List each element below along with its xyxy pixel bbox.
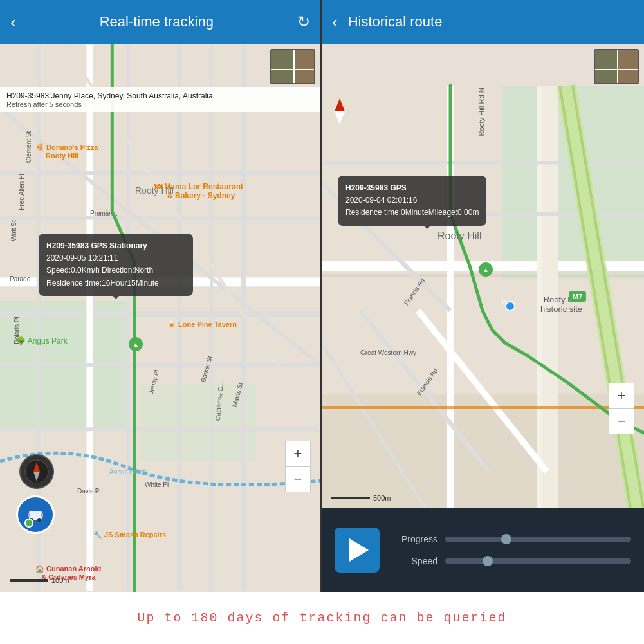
progress-row: Progress bbox=[392, 534, 631, 544]
zoom-out-right[interactable]: − bbox=[609, 409, 634, 434]
highway-badge-m7: M7 bbox=[569, 291, 586, 302]
poi-lone-pine: 🍺 Lone Pine Tavern bbox=[167, 320, 237, 329]
map-thumbnail-left bbox=[270, 49, 315, 84]
speed-slider[interactable] bbox=[445, 558, 631, 564]
tooltip-left-line3: Speed:0.0Km/h Direction:North bbox=[46, 264, 185, 277]
progress-thumb bbox=[501, 534, 511, 544]
road-label-premier: Premier... bbox=[90, 210, 118, 217]
right-screen: ‹ Historical route bbox=[322, 0, 644, 592]
scale-left: 100m bbox=[10, 576, 69, 584]
left-screen: ‹ Real-time tracking ↻ bbox=[0, 0, 322, 592]
svg-rect-30 bbox=[41, 513, 43, 517]
app-container: ‹ Real-time tracking ↻ bbox=[0, 0, 644, 644]
progress-label: Progress bbox=[392, 534, 437, 544]
zoom-in-left[interactable]: + bbox=[285, 441, 311, 466]
refresh-text: Refresh after 5 seconds bbox=[6, 100, 314, 108]
speed-row: Speed bbox=[392, 556, 631, 566]
tooltip-right-line3: Residence time:0MinuteMileage:0.00m bbox=[345, 207, 479, 219]
tooltip-left-line1: H209-35983 GPS Stationary bbox=[46, 240, 185, 252]
address-text: H209-35983:Jenny Place, Sydney, South Au… bbox=[6, 91, 314, 100]
tooltip-right-line2: 2020-09-04 02:01:16 bbox=[345, 194, 479, 207]
play-triangle-icon bbox=[349, 538, 369, 562]
scale-right: 500m bbox=[331, 494, 391, 502]
speed-thumb bbox=[483, 556, 493, 566]
gps-marker-left bbox=[129, 337, 143, 351]
location-dot-left bbox=[24, 519, 33, 528]
road-label-davis: Davis Pl bbox=[77, 488, 101, 495]
zoom-controls-right: + − bbox=[609, 383, 634, 434]
road-label-fred: Fred Allen Pl bbox=[18, 174, 25, 210]
svg-rect-29 bbox=[28, 513, 30, 517]
blue-p-marker bbox=[505, 301, 515, 311]
map-thumbnail-right bbox=[594, 49, 639, 84]
playback-panel: Progress Speed bbox=[322, 508, 644, 592]
marker-label-fp: fp bbox=[476, 260, 481, 266]
compass-left bbox=[19, 454, 54, 489]
road-label-parade: Parade bbox=[10, 275, 30, 282]
tooltip-left-line2: 2020-09-05 10:21:11 bbox=[46, 252, 185, 264]
sliders-container: Progress Speed bbox=[392, 534, 631, 566]
area-rooty-hill-left: Rooty Hill bbox=[135, 185, 174, 196]
speed-label: Speed bbox=[392, 556, 437, 566]
right-back-button[interactable]: ‹ bbox=[332, 12, 338, 32]
progress-slider[interactable] bbox=[445, 537, 631, 542]
left-back-button[interactable]: ‹ bbox=[10, 12, 16, 32]
tooltip-left: H209-35983 GPS Stationary 2020-09-05 10:… bbox=[39, 234, 193, 296]
svg-point-28 bbox=[37, 518, 41, 522]
zoom-in-right[interactable]: + bbox=[609, 383, 634, 409]
scale-label-right: 500m bbox=[373, 494, 391, 502]
road-label-great-western: Great Western Hwy bbox=[360, 349, 416, 356]
tooltip-left-line4: Residence time:16Hour15Minute bbox=[46, 277, 185, 290]
footer: Up to 180 days of tracking can be querie… bbox=[0, 592, 644, 644]
road-label-white: White Pl bbox=[145, 481, 169, 488]
vehicle-icon-left bbox=[16, 495, 55, 534]
tooltip-right: H209-35983 GPS 2020-09-04 02:01:16 Resid… bbox=[338, 176, 486, 226]
footer-text: Up to 180 days of tracking can be querie… bbox=[137, 611, 506, 625]
road-label-watt: Watt St bbox=[10, 220, 17, 241]
play-button[interactable] bbox=[335, 528, 380, 573]
info-bar: H209-35983:Jenny Place, Sydney, South Au… bbox=[0, 87, 320, 112]
svg-rect-18 bbox=[271, 50, 294, 84]
screens-row: ‹ Real-time tracking ↻ bbox=[0, 0, 644, 592]
right-screen-title: Historical route bbox=[348, 14, 443, 30]
left-map: H209-35983:Jenny Place, Sydney, South Au… bbox=[0, 44, 320, 592]
refresh-icon[interactable]: ↻ bbox=[297, 13, 310, 31]
svg-rect-19 bbox=[294, 63, 315, 84]
area-rooty-hill-right: Rooty Hill bbox=[437, 230, 481, 242]
road-label-creek: Angus Creek bbox=[109, 468, 147, 475]
area-angus-park: 🌳 Angus Park bbox=[16, 336, 68, 345]
poi-js-smash: 🔧 JS Smash Repairs bbox=[93, 531, 166, 539]
scale-label-left: 100m bbox=[51, 576, 69, 584]
right-map: Rooty Hill Rd N Francis Rd Francis Rd Gr… bbox=[322, 44, 644, 592]
zoom-controls-left: + − bbox=[285, 441, 311, 492]
zoom-out-left[interactable]: − bbox=[285, 466, 311, 492]
north-arrow-right bbox=[335, 98, 345, 124]
right-header: ‹ Historical route bbox=[322, 0, 644, 44]
left-header: ‹ Real-time tracking ↻ bbox=[0, 0, 320, 44]
road-label-clement: Clement St bbox=[25, 131, 32, 163]
parking-label: P bbox=[502, 299, 506, 305]
poi-dominos: 🍕 Domino's PizzaRooty Hill bbox=[35, 143, 98, 160]
svg-rect-50 bbox=[595, 50, 618, 84]
tooltip-right-line1: H209-35983 GPS bbox=[345, 182, 479, 194]
left-screen-title: Real-time tracking bbox=[100, 14, 214, 30]
road-label-rooty-hill-rd: Rooty Hill Rd N bbox=[477, 87, 485, 136]
